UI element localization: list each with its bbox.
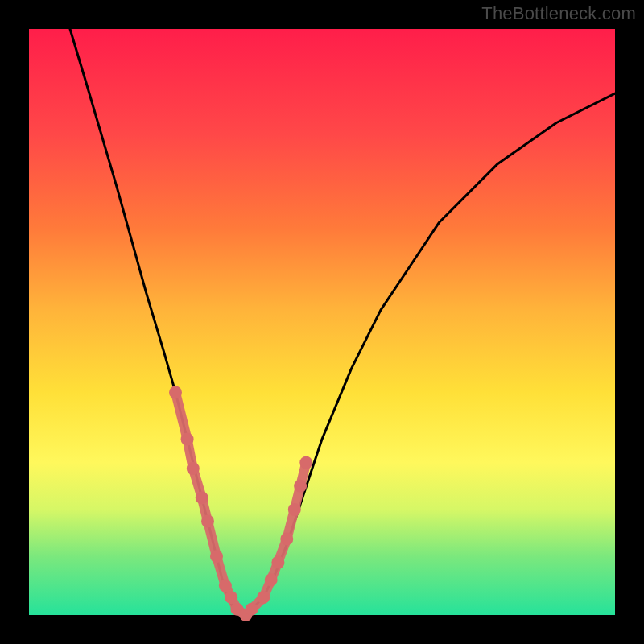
marker-dot	[219, 580, 232, 592]
curve-line	[70, 29, 615, 615]
marker-dot	[201, 515, 214, 528]
marker-dot	[257, 591, 270, 604]
marker-dot	[169, 386, 182, 398]
chart-frame: TheBottleneck.com	[0, 0, 644, 644]
curve-svg	[29, 29, 615, 615]
marker-dot	[187, 462, 200, 475]
marker-dot	[196, 491, 208, 504]
bottleneck-curve	[70, 29, 615, 615]
plot-area	[29, 29, 615, 615]
marker-dot	[299, 456, 312, 469]
marker-cluster	[169, 386, 312, 621]
marker-underlay	[175, 392, 306, 615]
marker-dot	[225, 591, 237, 604]
watermark-text: TheBottleneck.com	[481, 3, 636, 24]
marker-dot	[271, 556, 284, 569]
marker-dot	[210, 550, 223, 563]
marker-dot	[181, 433, 194, 446]
marker-dot	[265, 573, 278, 586]
marker-dot	[246, 603, 258, 616]
marker-dot	[294, 480, 307, 493]
marker-dot	[280, 532, 293, 545]
marker-dot	[288, 503, 301, 516]
